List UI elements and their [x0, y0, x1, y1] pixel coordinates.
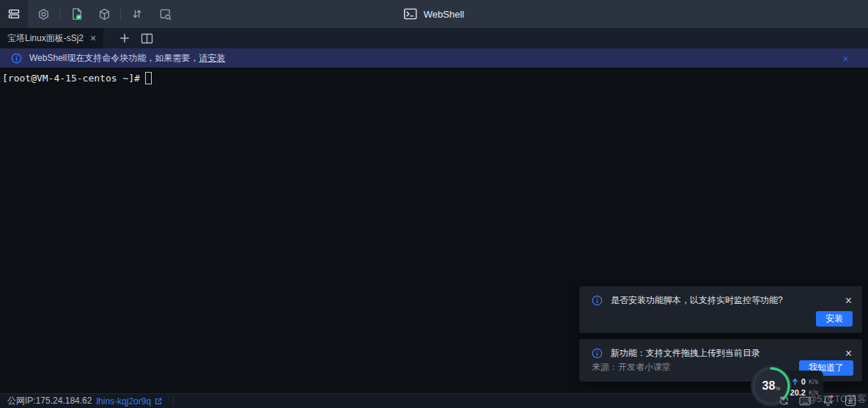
- notifications-button[interactable]: [823, 394, 834, 407]
- info-icon: [11, 53, 22, 64]
- external-link-icon: [154, 397, 163, 406]
- banner-message: WebShell现在支持命令块功能，如果需要，: [29, 52, 199, 65]
- info-icon: [592, 348, 603, 359]
- sync-icon: [779, 396, 790, 406]
- settings-gear-icon: [37, 8, 50, 21]
- file-check-icon: [70, 7, 83, 21]
- split-view-icon: [141, 33, 153, 44]
- session-list-button[interactable]: [0, 0, 28, 28]
- banner-install-link[interactable]: 请安装: [199, 52, 225, 65]
- session-list-icon: [8, 8, 20, 20]
- install-button[interactable]: 安装: [816, 311, 853, 327]
- status-divider: [173, 397, 174, 406]
- banner-close-icon[interactable]: ×: [842, 48, 849, 68]
- settings-button[interactable]: [29, 0, 57, 28]
- upload-value: 0: [801, 377, 806, 386]
- sync-input-button[interactable]: [779, 396, 790, 406]
- plus-icon: [119, 33, 130, 43]
- toast-message: 新功能：支持文件拖拽上传到当前目录: [611, 347, 760, 360]
- app-title: WebShell: [424, 9, 464, 20]
- notice-banner: WebShell现在支持命令块功能，如果需要， 请安装 ×: [0, 48, 868, 68]
- toolbar-divider: [59, 9, 60, 20]
- download-button[interactable]: [845, 395, 856, 407]
- script-install-button[interactable]: [62, 0, 90, 28]
- upload-unit: K/s: [809, 378, 818, 385]
- tab-bar: 宝塔Linux面板-sSj2 ×: [0, 28, 868, 48]
- terminal-icon: [404, 8, 417, 20]
- status-bar: 公网IP:175.24.184.62 lhins-kqj2or9q: [0, 393, 868, 408]
- command-block-button[interactable]: [90, 0, 118, 28]
- toolbar-divider: [120, 9, 121, 20]
- app-header: WebShell: [404, 0, 464, 28]
- terminal-cursor: [145, 72, 152, 84]
- public-ip-label: 公网IP:175.24.184.62: [7, 395, 92, 407]
- tab-label: 宝塔Linux面板-sSj2: [7, 32, 84, 45]
- download-icon: [845, 395, 856, 407]
- terminal-prompt: [root@VM-4-15-centos ~]#: [2, 73, 140, 84]
- info-icon: [592, 295, 603, 306]
- terminal-prompt-line: [root@VM-4-15-centos ~]#: [2, 72, 152, 84]
- instance-link-label: lhins-kqj2or9q: [96, 396, 151, 407]
- toast-close-icon[interactable]: ×: [845, 348, 852, 360]
- instance-link[interactable]: lhins-kqj2or9q: [96, 396, 163, 407]
- split-view-button[interactable]: [141, 33, 153, 44]
- tab-bt-linux-panel[interactable]: 宝塔Linux面板-sSj2 ×: [0, 28, 103, 48]
- download-unit: K/s: [809, 389, 818, 396]
- window-search-button[interactable]: [151, 0, 179, 28]
- window-search-icon: [159, 8, 172, 21]
- top-toolbar: WebShell: [0, 0, 868, 28]
- transfer-button[interactable]: [123, 0, 151, 28]
- upload-arrow-icon: [792, 378, 798, 385]
- keyboard-icon: [799, 396, 811, 406]
- new-tab-button[interactable]: [119, 33, 130, 43]
- load-percent: 38: [762, 379, 776, 393]
- bell-icon: [823, 394, 834, 407]
- cube-icon: [98, 8, 111, 21]
- toast-message: 是否安装功能脚本，以支持实时监控等功能?: [611, 294, 783, 307]
- percent-sign: %: [775, 385, 780, 392]
- virtual-keyboard-button[interactable]: [799, 396, 811, 406]
- toast-source: 来源：开发者小课堂: [592, 361, 671, 374]
- toast-install-monitor: 是否安装功能脚本，以支持实时监控等功能? × 安装: [579, 286, 862, 333]
- tab-close-icon[interactable]: ×: [90, 33, 96, 43]
- sort-arrows-icon: [131, 8, 143, 20]
- toast-close-icon[interactable]: ×: [845, 295, 852, 307]
